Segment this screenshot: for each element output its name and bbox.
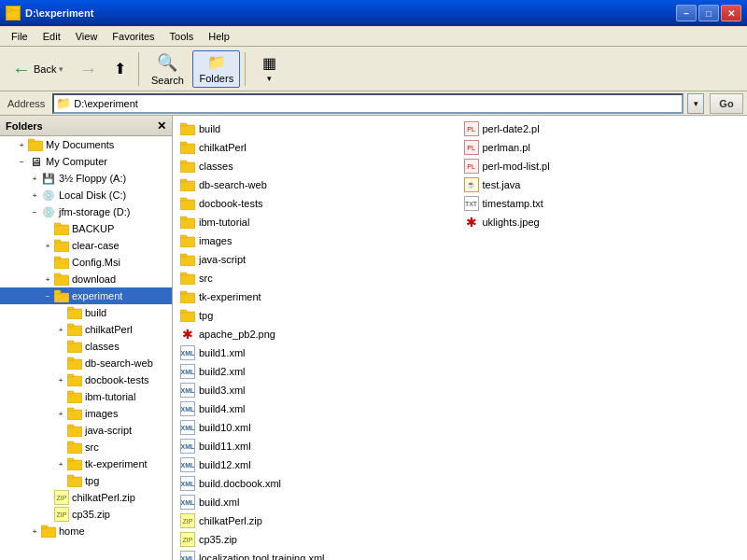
tree-item-floppy[interactable]: + 💾 3½ Floppy (A:) bbox=[0, 170, 172, 187]
list-item-empty bbox=[460, 549, 744, 560]
views-button[interactable]: ▦ ▾ bbox=[250, 50, 288, 88]
list-item[interactable]: PL perlman.pl bbox=[460, 138, 744, 157]
tree-item-chilkatperl-zip[interactable]: ZIP chilkatPerl.zip bbox=[0, 489, 172, 506]
svg-rect-51 bbox=[180, 237, 195, 247]
tree-item-tk-experiment[interactable]: + tk-experiment bbox=[0, 455, 172, 472]
file-name: build4.xml bbox=[199, 403, 246, 414]
xml-icon: XML bbox=[180, 439, 195, 454]
tree-item-home[interactable]: + home bbox=[0, 523, 172, 539]
list-item[interactable]: XML build12.xml bbox=[176, 455, 460, 474]
list-item[interactable]: tpg bbox=[176, 306, 460, 325]
list-item[interactable]: docbook-tests bbox=[176, 194, 460, 213]
tree-item-classes[interactable]: classes bbox=[0, 338, 172, 355]
svg-rect-15 bbox=[67, 309, 82, 319]
folders-panel-close-button[interactable]: ✕ bbox=[157, 119, 166, 133]
folder-icon bbox=[28, 137, 43, 152]
folders-button[interactable]: 📁 Folders bbox=[192, 50, 240, 88]
tree-item-download[interactable]: + download bbox=[0, 271, 172, 287]
list-item[interactable]: XML build2.xml bbox=[176, 362, 460, 381]
menu-tools[interactable]: Tools bbox=[162, 29, 202, 44]
tree-item-clear-case[interactable]: + clear-case bbox=[0, 237, 172, 254]
list-item[interactable]: XML localization.tool.training.xml bbox=[176, 549, 460, 560]
tree-item-java-script[interactable]: java-script bbox=[0, 422, 172, 439]
list-item[interactable]: XML build1.xml bbox=[176, 343, 460, 362]
menu-view[interactable]: View bbox=[68, 29, 106, 44]
views-dropdown-icon[interactable]: ▾ bbox=[267, 74, 272, 83]
tree-item-build[interactable]: build bbox=[0, 304, 172, 321]
up-button[interactable]: ⬆ bbox=[106, 50, 134, 88]
svg-rect-21 bbox=[67, 359, 82, 370]
tree-item-backup[interactable]: BACKUP bbox=[0, 220, 172, 237]
java-icon: ☕ bbox=[464, 177, 479, 192]
list-item[interactable]: ZIP cp35.zip bbox=[176, 530, 460, 549]
back-button[interactable]: ← Back ▾ bbox=[6, 50, 70, 88]
list-item[interactable]: classes bbox=[176, 157, 460, 175]
list-item-empty bbox=[460, 530, 744, 549]
list-item[interactable]: ibm-tutorial bbox=[176, 213, 460, 231]
tree-item-images[interactable]: + images bbox=[0, 405, 172, 422]
list-item-empty bbox=[460, 418, 744, 437]
tree-item-cp35-zip[interactable]: ZIP cp35.zip bbox=[0, 506, 172, 523]
titlebar: D:\experiment – □ ✕ bbox=[0, 0, 747, 26]
list-item[interactable]: ☕ test.java bbox=[460, 175, 744, 194]
svg-rect-31 bbox=[67, 443, 82, 454]
maximize-button[interactable]: □ bbox=[698, 5, 719, 21]
list-item[interactable]: chilkatPerl bbox=[176, 138, 460, 157]
forward-button[interactable]: → bbox=[72, 50, 104, 88]
folder-icon bbox=[180, 289, 195, 304]
tree-item-config-msi[interactable]: Config.Msi bbox=[0, 254, 172, 271]
list-item[interactable]: XML build3.xml bbox=[176, 381, 460, 399]
menu-favorites[interactable]: Favorites bbox=[105, 29, 162, 44]
tree-item-experiment[interactable]: − experiment bbox=[0, 287, 172, 304]
address-go-button[interactable]: Go bbox=[710, 93, 743, 114]
tree-item-src[interactable]: src bbox=[0, 439, 172, 455]
list-item[interactable]: XML build.docbook.xml bbox=[176, 474, 460, 493]
list-item[interactable]: PL perl-date2.pl bbox=[460, 119, 744, 138]
menu-file[interactable]: File bbox=[4, 29, 35, 44]
back-dropdown-icon[interactable]: ▾ bbox=[59, 64, 63, 74]
tree-item-ibm-tutorial[interactable]: ibm-tutorial bbox=[0, 388, 172, 405]
list-item[interactable]: java-script bbox=[176, 250, 460, 269]
list-item[interactable]: TXT timestamp.txt bbox=[460, 194, 744, 213]
search-button[interactable]: 🔍 Search bbox=[144, 50, 190, 88]
list-item[interactable]: XML build10.xml bbox=[176, 418, 460, 437]
views-icon: ▦ bbox=[262, 54, 276, 72]
list-item-empty bbox=[460, 250, 744, 269]
xml-icon: XML bbox=[180, 420, 195, 435]
close-button[interactable]: ✕ bbox=[721, 5, 741, 21]
list-item[interactable]: build bbox=[176, 119, 460, 138]
tree-item-tpg[interactable]: tpg bbox=[0, 472, 172, 489]
list-item[interactable]: ✱ apache_pb2.png bbox=[176, 325, 460, 343]
tree-item-jfm-d[interactable]: − 💿 jfm-storage (D:) bbox=[0, 203, 172, 220]
list-item[interactable]: images bbox=[176, 231, 460, 250]
list-item[interactable]: tk-experiment bbox=[176, 287, 460, 306]
minimize-button[interactable]: – bbox=[676, 5, 697, 21]
svg-rect-39 bbox=[180, 125, 195, 135]
txt-icon: TXT bbox=[464, 196, 479, 211]
expand-icon: + bbox=[54, 323, 67, 336]
svg-rect-8 bbox=[54, 259, 69, 269]
list-item[interactable]: XML build.xml bbox=[176, 493, 460, 511]
list-item[interactable]: db-search-web bbox=[176, 175, 460, 194]
list-item[interactable]: ZIP chilkatPerl.zip bbox=[176, 511, 460, 530]
svg-rect-2 bbox=[28, 141, 43, 151]
menu-help[interactable]: Help bbox=[201, 29, 237, 44]
list-item[interactable]: ✱ uklights.jpeg bbox=[460, 213, 744, 231]
tree-item-my-documents[interactable]: + My Documents bbox=[0, 136, 172, 153]
address-dropdown-button[interactable]: ▾ bbox=[687, 93, 704, 114]
tree-item-db-search-web[interactable]: db-search-web bbox=[0, 355, 172, 371]
tree-item-docbook-tests[interactable]: + docbook-tests bbox=[0, 371, 172, 388]
folder-icon bbox=[67, 339, 82, 354]
tree-item-local-c[interactable]: + 💿 Local Disk (C:) bbox=[0, 187, 172, 203]
folder-tree[interactable]: + My Documents − 🖥 My Computer + 💾 3½ bbox=[0, 136, 172, 560]
tree-item-chilkatperl[interactable]: + chilkatPerl bbox=[0, 321, 172, 338]
address-input[interactable]: D:\experiment bbox=[74, 98, 680, 109]
expand-icon: + bbox=[54, 373, 67, 386]
list-item[interactable]: XML build4.xml bbox=[176, 399, 460, 418]
list-item[interactable]: XML build11.xml bbox=[176, 437, 460, 455]
menu-edit[interactable]: Edit bbox=[35, 29, 68, 44]
list-item[interactable]: src bbox=[176, 269, 460, 287]
tree-item-my-computer[interactable]: − 🖥 My Computer bbox=[0, 153, 172, 170]
file-list[interactable]: build PL perl-date2.pl chilkatPerl PL pe… bbox=[173, 116, 747, 560]
list-item[interactable]: PL perl-mod-list.pl bbox=[460, 157, 744, 175]
